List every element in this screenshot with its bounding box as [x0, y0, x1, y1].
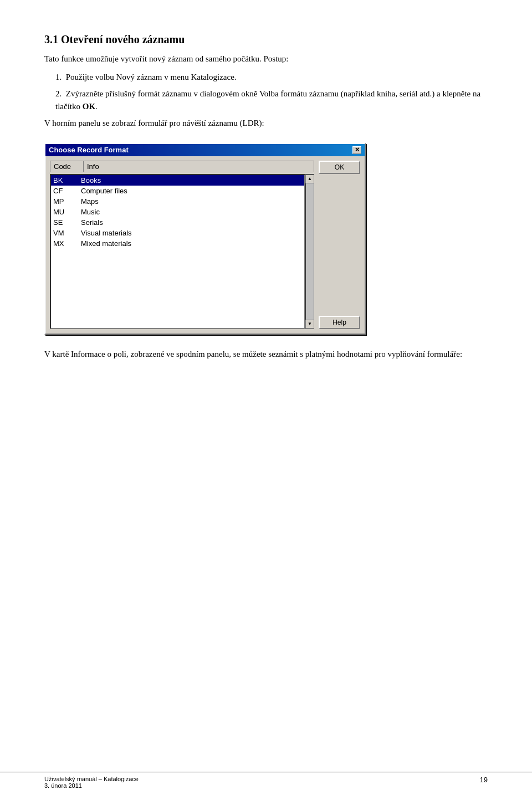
list-item[interactable]: MX Mixed materials [51, 238, 304, 249]
scroll-up-button[interactable]: ▲ [305, 175, 314, 183]
panel-intro-text: V horním panelu se zobrazí formulář pro … [44, 117, 488, 130]
footer-page-number: 19 [480, 776, 488, 789]
scroll-down-button[interactable]: ▼ [305, 320, 314, 329]
scrollbar[interactable]: ▲ ▼ [305, 174, 314, 329]
step-1-text: Použijte volbu Nový záznam v menu Katalo… [66, 73, 237, 81]
list-item[interactable]: MP Maps [51, 196, 304, 207]
dialog-buttons-area: OK Help [319, 161, 360, 329]
table-header: Code Info [50, 161, 314, 172]
step-2-number: 2. [55, 89, 62, 98]
row-code: BK [53, 176, 81, 184]
step-2-suffix: . [95, 102, 98, 111]
row-code: SE [53, 218, 81, 227]
help-button[interactable]: Help [319, 316, 360, 329]
dialog-close-button[interactable]: ✕ [352, 146, 361, 154]
scrollbar-track[interactable] [306, 183, 314, 320]
ok-bold-text: OK [83, 102, 95, 111]
step-1-number: 1. [55, 73, 62, 81]
row-info: Mixed materials [81, 239, 302, 248]
footer-left: Uživatelský manuál – Katalogizace 3. úno… [44, 776, 139, 789]
row-code: VM [53, 229, 81, 237]
row-info: Books [81, 176, 302, 184]
dialog-list-area: Code Info BK Books CF Computer files [50, 161, 314, 329]
page: 3.1 Otevření nového záznamu Tato funkce … [0, 0, 532, 800]
list-item[interactable]: BK Books [51, 175, 304, 186]
list-item[interactable]: SE Serials [51, 217, 304, 228]
list-item[interactable]: VM Visual materials [51, 228, 304, 238]
footer-date: 3. února 2011 [44, 782, 139, 789]
dialog-titlebar: Choose Record Format ✕ [45, 144, 365, 156]
col-info-header: Info [84, 161, 314, 172]
intro-text: Tato funkce umožňuje vytvořit nový zázna… [44, 53, 488, 65]
list-item[interactable]: CF Computer files [51, 186, 304, 196]
row-code: MU [53, 208, 81, 216]
outro-text: V kartě Informace o poli, zobrazené ve s… [44, 348, 488, 361]
list-item[interactable]: MU Music [51, 207, 304, 217]
record-format-listbox[interactable]: BK Books CF Computer files MP Maps [50, 174, 305, 329]
row-code: CF [53, 187, 81, 195]
step-1: 1. Použijte volbu Nový záznam v menu Kat… [44, 71, 488, 84]
row-code: MX [53, 239, 81, 248]
dialog-title: Choose Record Format [49, 146, 129, 154]
footer-manual-title: Uživatelský manuál – Katalogizace [44, 776, 139, 782]
row-info: Computer files [81, 187, 302, 195]
row-code: MP [53, 197, 81, 206]
row-info: Maps [81, 197, 302, 206]
row-info: Serials [81, 218, 302, 227]
dialog-wrapper: Choose Record Format ✕ Code Info BK Book… [44, 143, 488, 335]
dialog-body: Code Info BK Books CF Computer files [45, 156, 365, 334]
choose-record-format-dialog: Choose Record Format ✕ Code Info BK Book… [44, 143, 366, 335]
col-code-header: Code [50, 161, 84, 172]
section-heading: 3.1 Otevření nového záznamu [44, 33, 488, 46]
footer-line [0, 772, 532, 772]
row-info: Visual materials [81, 229, 302, 237]
step-2-text: Zvýrazněte příslušný formát záznamu v di… [55, 89, 480, 111]
ok-button[interactable]: OK [319, 161, 360, 174]
footer: Uživatelský manuál – Katalogizace 3. úno… [44, 776, 488, 789]
row-info: Music [81, 208, 302, 216]
step-2: 2. Zvýrazněte příslušný formát záznamu v… [44, 88, 488, 112]
